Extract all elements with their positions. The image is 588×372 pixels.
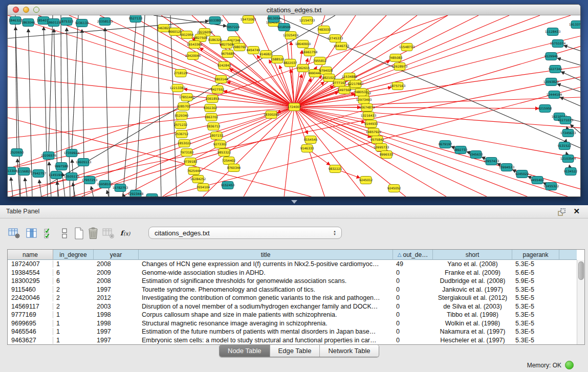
graph-node[interactable]: 7857224 — [226, 24, 240, 31]
table-cell[interactable]: 18724007 — [8, 260, 53, 268]
table-cell[interactable]: 14569117 — [8, 303, 53, 310]
graph-node[interactable]: 8527133 — [129, 15, 143, 23]
graph-node[interactable]: 18757163 — [390, 82, 406, 90]
table-cell[interactable]: 5.3E-5 — [512, 328, 559, 335]
graph-node[interactable]: 7654104 — [197, 184, 210, 191]
graph-node[interactable]: 12444194 — [547, 91, 562, 99]
graph-node[interactable]: 7485083 — [389, 54, 403, 62]
close-window-button[interactable] — [13, 7, 19, 13]
graph-node[interactable]: 12455322 — [543, 183, 559, 190]
graph-edge[interactable] — [100, 15, 294, 107]
graph-node[interactable]: 9134522 — [564, 168, 578, 176]
network-graph-canvas[interactable]: 1724007746382286601285912954232260589827… — [8, 15, 581, 197]
graph-node[interactable]: 23420046 — [185, 52, 201, 60]
graph-node[interactable]: 9345633 — [469, 151, 483, 159]
graph-edge[interactable] — [25, 178, 27, 197]
graph-node[interactable]: 2536712 — [175, 130, 189, 138]
table-cell[interactable]: Nakamura et al. (1997) — [433, 328, 512, 335]
table-cell[interactable]: 5.9E-5 — [512, 277, 559, 285]
graph-node[interactable]: 16782753 — [113, 184, 128, 192]
table-cell[interactable]: 9115460 — [8, 286, 53, 293]
table-cell[interactable]: 0 — [393, 337, 433, 344]
graph-node[interactable]: 2863702 — [205, 114, 219, 121]
table-cell[interactable]: 0 — [393, 286, 433, 293]
graph-node[interactable]: 8822037 — [284, 59, 297, 67]
graph-node[interactable]: 9218506 — [277, 24, 291, 31]
graph-node[interactable]: 1875323 — [60, 18, 74, 26]
graph-edge[interactable] — [49, 162, 51, 197]
table-cell[interactable]: 1 — [53, 260, 94, 268]
column-header-title[interactable]: title — [139, 250, 393, 260]
graph-node[interactable]: 15751074 — [550, 40, 566, 48]
graph-node[interactable]: 12213383 — [170, 84, 186, 92]
graph-node[interactable]: 12325419 — [283, 32, 299, 39]
graph-node[interactable]: 2571232 — [174, 121, 188, 129]
graph-edge[interactable] — [560, 97, 581, 106]
zoom-window-button[interactable] — [33, 7, 39, 13]
table-cell[interactable]: 0 — [393, 277, 433, 285]
graph-node[interactable]: 14857922 — [366, 128, 382, 136]
table-row[interactable]: 1872400712008Changes of HCN gene express… — [8, 260, 584, 269]
table-row[interactable]: 969969511998Structural magnetic resonanc… — [8, 319, 584, 328]
graph-edge[interactable] — [39, 180, 41, 197]
graph-node[interactable]: 2980760 — [233, 43, 247, 51]
table-cell[interactable]: 1 — [53, 311, 94, 318]
table-selector-dropdown[interactable]: citations_edges.txt ▲▼ — [148, 227, 342, 239]
table-cell[interactable]: 9465546 — [8, 328, 53, 335]
table-cell[interactable]: Changes of HCN gene expression and I(f) … — [139, 260, 393, 268]
table-cell[interactable]: 0 — [393, 269, 433, 276]
table-cell[interactable]: 5.6E-5 — [512, 269, 559, 276]
graph-node[interactable]: 17345633 — [560, 129, 576, 137]
table-row[interactable]: 977716911998Corpus callosum shape and si… — [8, 311, 584, 319]
graph-node[interactable]: 12271033 — [558, 117, 574, 124]
table-cell[interactable]: 49 — [393, 260, 433, 268]
table-cell[interactable]: 2008 — [94, 260, 139, 268]
table-cell[interactable]: Structural magnetic resonance image aver… — [139, 320, 393, 327]
tab-node-table[interactable]: Node Table — [220, 345, 270, 357]
graph-node[interactable]: 2520650 — [10, 149, 24, 157]
graph-node[interactable]: 17942757 — [31, 170, 47, 178]
graph-node[interactable]: 11156829 — [16, 168, 32, 176]
graph-node[interactable]: 10994533 — [499, 164, 515, 171]
graph-node[interactable]: 11128433 — [545, 28, 561, 36]
graph-node[interactable]: 12745333 — [328, 35, 343, 42]
graph-edge[interactable] — [82, 30, 84, 197]
column-header-pagerank[interactable]: pagerank — [512, 250, 559, 260]
graph-node[interactable]: 9997588 — [55, 163, 69, 170]
table-cell[interactable]: 2 — [53, 303, 94, 310]
graph-node[interactable]: 12628973 — [392, 63, 408, 71]
graph-node[interactable]: 8215958 — [538, 105, 552, 113]
graph-node[interactable]: 8454749 — [247, 47, 260, 54]
graph-node[interactable]: 1807233 — [210, 132, 224, 140]
graph-node[interactable]: 10674873 — [359, 104, 375, 112]
graph-edge[interactable] — [294, 107, 581, 159]
graph-node[interactable]: 16958107 — [97, 181, 113, 188]
table-cell[interactable]: 19384554 — [8, 269, 53, 276]
graph-node[interactable]: 15446733 — [334, 42, 350, 50]
table-row[interactable]: 911546021997Tourette syndrome. Phenomeno… — [8, 286, 584, 294]
graph-node[interactable]: 17957253 — [82, 177, 98, 184]
table-cell[interactable]: 2003 — [94, 303, 139, 310]
graph-edge[interactable] — [123, 15, 137, 197]
toolbar-icon-select-visible-columns[interactable] — [42, 226, 56, 241]
table-cell[interactable]: 1997 — [94, 286, 139, 293]
graph-node[interactable]: 9739183 — [184, 158, 198, 166]
graph-node[interactable]: 8302302 — [204, 104, 217, 112]
table-cell[interactable]: 1 — [53, 320, 94, 327]
graph-node[interactable]: 9245022 — [515, 170, 529, 178]
graph-node[interactable]: 2803144 — [214, 76, 228, 83]
table-cell[interactable]: 6 — [53, 277, 94, 285]
graph-node[interactable]: 1724007 — [288, 103, 301, 111]
minimize-window-button[interactable] — [23, 7, 29, 13]
graph-node[interactable]: 16543362 — [187, 41, 203, 49]
toolbar-icon-function-builder[interactable]: f(x) — [119, 226, 133, 241]
table-cell[interactable]: 18300295 — [8, 277, 53, 285]
table-row[interactable]: 946362711997Embryonic stem cells: a mode… — [8, 336, 584, 345]
graph-node[interactable]: 18640910 — [295, 40, 311, 48]
graph-node[interactable]: 7625444 — [187, 167, 201, 175]
table-row[interactable]: 1830029562008Estimation of significance … — [8, 277, 584, 286]
scrollbar-thumb[interactable] — [578, 261, 584, 280]
graph-edge[interactable] — [8, 107, 294, 107]
table-cell[interactable]: 2008 — [94, 277, 139, 285]
graph-edge[interactable] — [561, 72, 581, 81]
